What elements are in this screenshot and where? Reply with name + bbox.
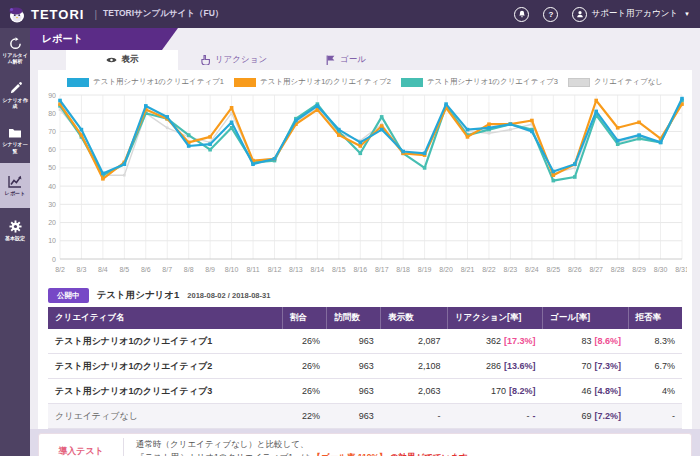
bell-icon xyxy=(518,10,526,18)
account-menu[interactable]: サポート用アカウント ▼ xyxy=(572,7,690,22)
help-button[interactable]: ? xyxy=(543,7,558,22)
cell-name: テスト用シナリオ1のクリエイティブ3 xyxy=(48,379,283,404)
cell-views: - xyxy=(381,404,448,429)
cell-ratio: 26% xyxy=(283,379,327,404)
note-label: 導入テスト xyxy=(39,445,123,456)
sidebar-item-realtime[interactable]: リアルタイム解析 xyxy=(0,28,30,73)
sidebar-item-label: レポート xyxy=(0,190,30,196)
cell-visits: 963 xyxy=(327,354,381,379)
brand-logo[interactable]: TETORI xyxy=(8,5,84,23)
account-name: サポート用アカウント xyxy=(591,8,678,20)
svg-text:40: 40 xyxy=(48,183,56,190)
cell-visits: 963 xyxy=(327,329,381,354)
cell-views: 2,063 xyxy=(381,379,448,404)
svg-text:8/15: 8/15 xyxy=(332,266,346,273)
svg-text:8/26: 8/26 xyxy=(568,266,582,273)
svg-text:8/21: 8/21 xyxy=(461,266,475,273)
cell-visits: 963 xyxy=(327,404,381,429)
tab-goal[interactable]: ゴール xyxy=(290,50,402,70)
svg-text:8/30: 8/30 xyxy=(654,266,668,273)
svg-text:20: 20 xyxy=(48,219,56,226)
legend-item: テスト用シナリオ1のクリエイティブ2 xyxy=(234,77,391,87)
legend-swatch-creative1 xyxy=(67,78,89,87)
svg-text:8/23: 8/23 xyxy=(504,266,518,273)
folder-icon xyxy=(8,127,22,139)
svg-text:8/9: 8/9 xyxy=(205,266,215,273)
note-text: 通常時（クリエイティブなし）と比較して、 『テスト用シナリオ1のクリエイティブ1… xyxy=(124,434,488,456)
svg-text:8/4: 8/4 xyxy=(98,266,108,273)
legend-item: クリエイティブなし xyxy=(568,77,663,87)
svg-text:8/14: 8/14 xyxy=(311,266,325,273)
svg-text:30: 30 xyxy=(48,201,56,208)
legend-item: テスト用シナリオ1のクリエイティブ1 xyxy=(67,77,224,87)
line-chart: 8/28/38/48/58/68/78/88/98/108/118/128/13… xyxy=(38,89,692,283)
table-row: テスト用シナリオ1のクリエイティブ1 26% 963 2,087 362[17.… xyxy=(48,329,682,354)
table-row: クリエイティブなし 22% 963 - -- 69[7.2%] - xyxy=(48,404,682,429)
col-reaction: リアクション[率] xyxy=(447,307,542,329)
cell-refusal: 4% xyxy=(628,379,682,404)
sidebar-item-scenario-list[interactable]: シナリオ一覧 xyxy=(0,118,30,163)
note-line1: 通常時（クリエイティブなし）と比較して、 xyxy=(136,438,476,451)
legend-label: テスト用シナリオ1のクリエイティブ3 xyxy=(427,77,558,87)
cell-reaction: 362[17.3%] xyxy=(447,329,542,354)
legend-label: テスト用シナリオ1のクリエイティブ1 xyxy=(93,77,224,87)
brand-name: TETORI xyxy=(31,7,84,22)
user-icon xyxy=(576,10,584,18)
svg-text:8/17: 8/17 xyxy=(375,266,389,273)
chart-legend: テスト用シナリオ1のクリエイティブ1 テスト用シナリオ1のクリエイティブ2 テス… xyxy=(38,70,692,89)
svg-text:8/3: 8/3 xyxy=(77,266,87,273)
col-goal: ゴール[率] xyxy=(543,307,629,329)
gear-icon xyxy=(9,220,22,233)
sidebar-item-settings[interactable]: 基本設定 xyxy=(0,208,30,253)
sidebar-item-scenario-create[interactable]: シナリオ作成 xyxy=(0,73,30,118)
ab-test-note: 導入テスト 通常時（クリエイティブなし）と比較して、 『テスト用シナリオ1のクリ… xyxy=(38,433,692,456)
col-visits: 訪問数 xyxy=(327,307,381,329)
sidebar-item-report[interactable]: レポート xyxy=(0,163,30,208)
goal-rate-highlight: 【ゴール率 119%】 xyxy=(313,452,388,456)
sidebar-nav: リアルタイム解析 シナリオ作成 シナリオ一覧 レポート xyxy=(0,28,30,456)
svg-text:8/24: 8/24 xyxy=(525,266,539,273)
cell-ratio: 26% xyxy=(283,354,327,379)
cell-refusal: - xyxy=(628,404,682,429)
col-refusal: 拒否率 xyxy=(628,307,682,329)
tab-display[interactable]: 表示 xyxy=(66,50,178,70)
col-ratio: 割合 xyxy=(283,307,327,329)
svg-text:8/18: 8/18 xyxy=(396,266,410,273)
svg-text:8/7: 8/7 xyxy=(162,266,172,273)
cell-goal: 69[7.2%] xyxy=(543,404,629,429)
report-card: 表示 リアクション ゴール xyxy=(38,50,692,429)
tab-reaction[interactable]: リアクション xyxy=(178,50,290,70)
tab-label: 表示 xyxy=(122,54,139,66)
chart-canvas: 8/28/38/48/58/68/78/88/98/108/118/128/13… xyxy=(43,89,687,279)
table-row: テスト用シナリオ1のクリエイティブ3 26% 963 2,063 170[8.2… xyxy=(48,379,682,404)
chevron-down-icon: ▼ xyxy=(684,11,690,17)
flag-icon xyxy=(326,55,335,65)
svg-text:8/19: 8/19 xyxy=(418,266,432,273)
svg-text:8/25: 8/25 xyxy=(546,266,560,273)
cell-goal: 83[8.6%] xyxy=(543,329,629,354)
scenario-name: テスト用シナリオ1 xyxy=(97,289,180,302)
notification-bell-button[interactable] xyxy=(514,7,529,22)
tetori-mascot-icon xyxy=(8,5,26,23)
svg-text:8/16: 8/16 xyxy=(353,266,367,273)
sidebar-item-label: 基本設定 xyxy=(0,235,30,241)
svg-text:0: 0 xyxy=(52,256,56,263)
legend-swatch-creative3 xyxy=(401,78,423,87)
svg-text:10: 10 xyxy=(48,237,56,244)
help-glyph: ? xyxy=(549,10,554,19)
tab-label: ゴール xyxy=(340,54,366,66)
svg-text:90: 90 xyxy=(48,92,56,99)
status-badge: 公開中 xyxy=(48,288,89,303)
svg-text:8/22: 8/22 xyxy=(482,266,496,273)
page-title: レポート xyxy=(30,28,178,50)
col-creative-name: クリエイティブ名 xyxy=(48,307,283,329)
legend-swatch-creative2 xyxy=(234,78,256,87)
svg-text:8/12: 8/12 xyxy=(268,266,282,273)
cell-visits: 963 xyxy=(327,379,381,404)
svg-text:8/20: 8/20 xyxy=(439,266,453,273)
legend-label: テスト用シナリオ1のクリエイティブ2 xyxy=(260,77,391,87)
svg-text:8/8: 8/8 xyxy=(184,266,194,273)
svg-text:70: 70 xyxy=(48,128,56,135)
cell-reaction: 170[8.2%] xyxy=(447,379,542,404)
cell-views: 2,087 xyxy=(381,329,448,354)
